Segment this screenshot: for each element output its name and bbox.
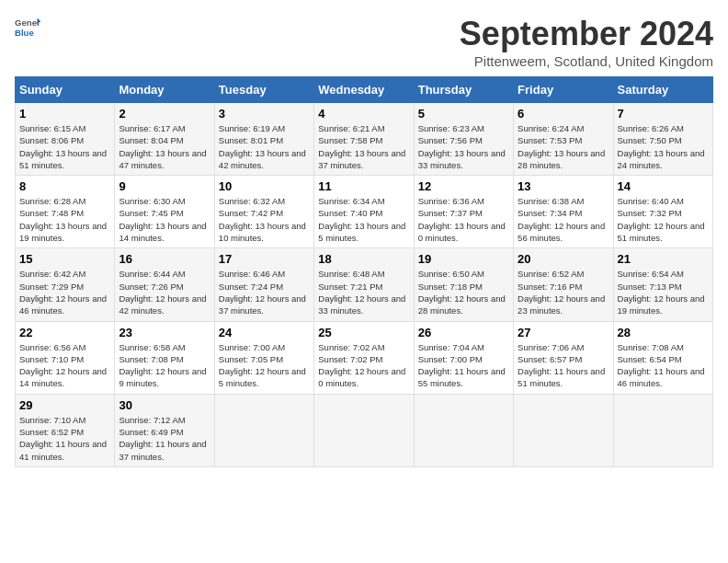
logo-icon: General Blue: [15, 15, 40, 40]
col-sunday: Sunday: [16, 77, 115, 103]
table-row: 12 Sunrise: 6:36 AM Sunset: 7:37 PM Dayl…: [414, 176, 513, 248]
col-tuesday: Tuesday: [214, 77, 313, 103]
col-wednesday: Wednesday: [314, 77, 414, 103]
svg-text:Blue: Blue: [15, 28, 34, 38]
week-row: 15 Sunrise: 6:42 AM Sunset: 7:29 PM Dayl…: [16, 248, 713, 321]
table-row: 1 Sunrise: 6:15 AM Sunset: 8:06 PM Dayli…: [16, 103, 115, 176]
table-row: 7 Sunrise: 6:26 AM Sunset: 7:50 PM Dayli…: [613, 103, 712, 176]
table-row: 20 Sunrise: 6:52 AM Sunset: 7:16 PM Dayl…: [514, 248, 613, 321]
empty-cell: [314, 394, 414, 466]
svg-text:General: General: [15, 17, 40, 28]
table-row: 19 Sunrise: 6:50 AM Sunset: 7:18 PM Dayl…: [414, 248, 513, 321]
table-row: 8 Sunrise: 6:28 AM Sunset: 7:48 PM Dayli…: [16, 176, 115, 248]
table-row: 13 Sunrise: 6:38 AM Sunset: 7:34 PM Dayl…: [514, 176, 613, 248]
table-row: 28 Sunrise: 7:08 AM Sunset: 6:54 PM Dayl…: [613, 321, 712, 394]
table-row: 21 Sunrise: 6:54 AM Sunset: 7:13 PM Dayl…: [613, 248, 712, 321]
empty-cell: [613, 394, 712, 466]
col-thursday: Thursday: [414, 77, 513, 103]
table-row: 16 Sunrise: 6:44 AM Sunset: 7:26 PM Dayl…: [115, 248, 214, 321]
table-row: 23 Sunrise: 6:58 AM Sunset: 7:08 PM Dayl…: [115, 321, 214, 394]
table-row: 9 Sunrise: 6:30 AM Sunset: 7:45 PM Dayli…: [115, 176, 214, 248]
table-row: 22 Sunrise: 6:56 AM Sunset: 7:10 PM Dayl…: [16, 321, 115, 394]
table-row: 11 Sunrise: 6:34 AM Sunset: 7:40 PM Dayl…: [314, 176, 414, 248]
location: Pittenweem, Scotland, United Kingdom: [460, 53, 713, 69]
col-friday: Friday: [514, 77, 613, 103]
table-row: 2 Sunrise: 6:17 AM Sunset: 8:04 PM Dayli…: [115, 103, 214, 176]
week-row: 29 Sunrise: 7:10 AM Sunset: 6:52 PM Dayl…: [16, 394, 713, 466]
table-row: 25 Sunrise: 7:02 AM Sunset: 7:02 PM Dayl…: [314, 321, 414, 394]
table-row: 14 Sunrise: 6:40 AM Sunset: 7:32 PM Dayl…: [613, 176, 712, 248]
table-row: 3 Sunrise: 6:19 AM Sunset: 8:01 PM Dayli…: [214, 103, 313, 176]
table-row: 4 Sunrise: 6:21 AM Sunset: 7:58 PM Dayli…: [314, 103, 414, 176]
table-row: 24 Sunrise: 7:00 AM Sunset: 7:05 PM Dayl…: [214, 321, 313, 394]
table-row: 17 Sunrise: 6:46 AM Sunset: 7:24 PM Dayl…: [214, 248, 313, 321]
table-row: 29 Sunrise: 7:10 AM Sunset: 6:52 PM Dayl…: [16, 394, 115, 466]
page-header: General Blue September 2024 Pittenweem, …: [15, 15, 713, 69]
table-row: 27 Sunrise: 7:06 AM Sunset: 6:57 PM Dayl…: [514, 321, 613, 394]
logo: General Blue: [15, 15, 40, 40]
week-row: 22 Sunrise: 6:56 AM Sunset: 7:10 PM Dayl…: [16, 321, 713, 394]
header-row: Sunday Monday Tuesday Wednesday Thursday…: [16, 77, 713, 103]
title-block: September 2024 Pittenweem, Scotland, Uni…: [460, 15, 713, 69]
table-row: 10 Sunrise: 6:32 AM Sunset: 7:42 PM Dayl…: [214, 176, 313, 248]
calendar-table: Sunday Monday Tuesday Wednesday Thursday…: [15, 76, 713, 467]
col-monday: Monday: [115, 77, 214, 103]
week-row: 1 Sunrise: 6:15 AM Sunset: 8:06 PM Dayli…: [16, 103, 713, 176]
table-row: 5 Sunrise: 6:23 AM Sunset: 7:56 PM Dayli…: [414, 103, 513, 176]
empty-cell: [514, 394, 613, 466]
table-row: 18 Sunrise: 6:48 AM Sunset: 7:21 PM Dayl…: [314, 248, 414, 321]
month-title: September 2024: [460, 15, 713, 53]
table-row: 26 Sunrise: 7:04 AM Sunset: 7:00 PM Dayl…: [414, 321, 513, 394]
col-saturday: Saturday: [613, 77, 712, 103]
table-row: 6 Sunrise: 6:24 AM Sunset: 7:53 PM Dayli…: [514, 103, 613, 176]
table-row: 30 Sunrise: 7:12 AM Sunset: 6:49 PM Dayl…: [115, 394, 214, 466]
empty-cell: [414, 394, 513, 466]
empty-cell: [214, 394, 313, 466]
table-row: 15 Sunrise: 6:42 AM Sunset: 7:29 PM Dayl…: [16, 248, 115, 321]
week-row: 8 Sunrise: 6:28 AM Sunset: 7:48 PM Dayli…: [16, 176, 713, 248]
